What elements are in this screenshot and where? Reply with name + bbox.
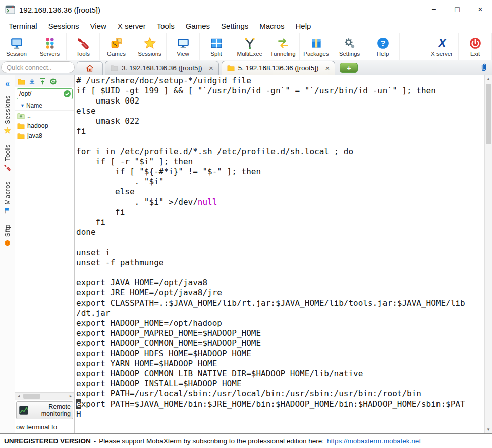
- file-entry[interactable]: ..: [15, 111, 74, 121]
- menu-item-macros[interactable]: Macros: [254, 20, 290, 32]
- terminal-line: if [ "${-#*i}" != "$-" ]; then: [76, 167, 484, 177]
- settings-icon: [343, 37, 356, 50]
- terminal-line: fi: [76, 217, 484, 227]
- upload-icon[interactable]: [39, 78, 46, 85]
- terminal-line: /dt.jar: [76, 308, 484, 318]
- xserver-icon: X: [435, 37, 449, 50]
- paperclip-icon[interactable]: [479, 63, 489, 73]
- menu-bar: TerminalSessionsViewX serverToolsGamesSe…: [0, 19, 492, 33]
- toolbar-button-sessions[interactable]: Sessions: [133, 33, 167, 60]
- terminal-scrollbar[interactable]: ▲ ▼: [484, 75, 492, 433]
- mobatek-link[interactable]: https://mobaxterm.mobatek.net: [327, 437, 421, 445]
- terminal-line: export HADOOP_COMMON_LIB_NATIVE_DIR=$HAD…: [76, 369, 484, 379]
- tab-close-icon[interactable]: ×: [209, 64, 213, 72]
- toolbar-button-exit[interactable]: Exit: [459, 33, 492, 60]
- follow-terminal-folder-checkbox[interactable]: ow terminal fo: [15, 420, 74, 433]
- double-chevron-left-icon[interactable]: «: [5, 79, 10, 88]
- toolbar-label: Sessions: [138, 51, 161, 57]
- file-panel-toolbar: [15, 75, 74, 87]
- terminal-line: else: [76, 106, 484, 116]
- sidebar-tab-sftp[interactable]: Sftp: [4, 224, 11, 247]
- tab-close-icon[interactable]: ×: [325, 64, 330, 72]
- terminal[interactable]: # /usr/share/doc/setup-*/uidgid fileif […: [75, 75, 492, 433]
- terminal-content[interactable]: # /usr/share/doc/setup-*/uidgid fileif […: [75, 75, 484, 433]
- terminal-line: fi: [76, 126, 484, 136]
- toolbar-button-games[interactable]: Games: [100, 33, 133, 60]
- file-entry[interactable]: hadoop: [15, 121, 74, 131]
- horizontal-scrollbar[interactable]: ◄ ►: [15, 392, 74, 400]
- toolbar-button-multiexec[interactable]: MultiExec: [233, 33, 266, 60]
- remote-monitoring-button[interactable]: Remote monitoring: [16, 401, 73, 419]
- scroll-down-icon[interactable]: ▼: [485, 426, 492, 433]
- scroll-right-icon[interactable]: ►: [67, 393, 74, 400]
- terminal-line: umask 022: [76, 116, 484, 126]
- menu-item-sessions[interactable]: Sessions: [43, 20, 85, 32]
- sidebar-tab-label: Tools: [4, 144, 11, 161]
- new-tab-button[interactable]: +: [340, 63, 358, 73]
- menu-item-view[interactable]: View: [85, 20, 112, 32]
- menu-item-x-server[interactable]: X server: [112, 20, 151, 32]
- terminal-line: export HADOOP_MAPRED_HOME=$HADOOP_HOME: [76, 328, 484, 338]
- toolbar-button-servers[interactable]: Servers: [33, 33, 67, 60]
- menu-item-tools[interactable]: Tools: [151, 20, 180, 32]
- help-icon: ?: [376, 37, 390, 50]
- terminal-line: export HADOOP_HOME=/opt/hadoop: [76, 318, 484, 328]
- menu-item-settings[interactable]: Settings: [215, 20, 254, 32]
- maximize-icon[interactable]: □: [446, 0, 469, 19]
- toolbar-label: MultiExec: [237, 51, 262, 57]
- menu-item-terminal[interactable]: Terminal: [3, 20, 43, 32]
- sidebar-tab-sessions[interactable]: Sessions: [4, 95, 11, 134]
- toolbar-button-x-server[interactable]: XX server: [425, 33, 459, 60]
- unregistered-version-label: UNREGISTERED VERSION: [4, 437, 91, 445]
- menu-item-games[interactable]: Games: [180, 20, 215, 32]
- toolbar-button-packages[interactable]: Packages: [300, 33, 333, 60]
- check-icon[interactable]: [63, 90, 71, 98]
- tab-label: 3. 192.168.136.36 ([root5]): [122, 64, 202, 72]
- sidebar-strip: « SessionsToolsMacrosSftp: [0, 75, 15, 433]
- path-input[interactable]: [19, 90, 59, 97]
- scroll-left-icon[interactable]: ◄: [15, 393, 22, 400]
- terminal-tab[interactable]: 3. 192.168.136.36 ([root5])×: [105, 61, 219, 75]
- terminal-line: [76, 268, 484, 278]
- terminal-line: export HADOOP_HDFS_HOME=$HADOOP_HOME: [76, 349, 484, 359]
- terminal-tab[interactable]: 5. 192.168.136.36 ([root5])×: [222, 61, 336, 75]
- sidebar-tab-macros[interactable]: Macros: [4, 181, 11, 215]
- file-entry[interactable]: java8: [15, 131, 74, 141]
- file-list-header[interactable]: ▼ Name: [15, 101, 74, 111]
- toolbar-button-split[interactable]: Split: [200, 33, 233, 60]
- toolbar-button-tunneling[interactable]: Tunneling: [266, 33, 300, 60]
- home-tab[interactable]: [77, 61, 103, 75]
- terminal-line: export PATH=$JAVA_HOME/bin:$JRE_HOME/bin…: [76, 399, 484, 409]
- toolbar-button-settings[interactable]: Settings: [333, 33, 366, 60]
- folder-icon[interactable]: [18, 78, 25, 85]
- hscrollbar-thumb[interactable]: [23, 394, 40, 399]
- sidebar-tab-tools[interactable]: Tools: [4, 144, 11, 171]
- session-icon: [10, 37, 23, 50]
- close-icon[interactable]: ×: [469, 0, 492, 19]
- sessions-star-icon: [143, 37, 156, 50]
- terminal-line: export JAVA_HOME=/opt/java8: [76, 278, 484, 288]
- toolbar-label: Tools: [76, 51, 90, 57]
- scroll-up-icon[interactable]: ▲: [485, 75, 492, 83]
- toolbar-label: View: [177, 51, 189, 57]
- toolbar-button-help[interactable]: ?Help: [366, 33, 400, 60]
- status-separator: -: [94, 437, 96, 445]
- toolbar-button-view[interactable]: View: [167, 33, 200, 60]
- download-icon[interactable]: [28, 78, 36, 85]
- tools-icon: [77, 37, 90, 50]
- scrollbar-track[interactable]: [485, 83, 492, 426]
- split-icon: [210, 37, 223, 50]
- quick-connect-input[interactable]: [1, 61, 75, 73]
- status-message: Please support MobaXterm by subscribing …: [99, 437, 324, 445]
- toolbar-button-session[interactable]: Session: [0, 33, 33, 60]
- refresh-icon[interactable]: [49, 78, 57, 85]
- terminal-line: export HADOOP_COMMON_HOME=$HADOOP_HOME: [76, 338, 484, 349]
- status-bar: UNREGISTERED VERSION - Please support Mo…: [0, 433, 492, 448]
- toolbar-button-tools[interactable]: Tools: [67, 33, 100, 60]
- minimize-icon[interactable]: −: [422, 0, 446, 19]
- terminal-line: export JRE_HOME=/opt/java8/jre: [76, 288, 484, 298]
- menu-item-help[interactable]: Help: [290, 20, 316, 32]
- scrollbar-thumb[interactable]: [486, 84, 491, 144]
- home-icon: [85, 64, 94, 73]
- toolbar-spacer: [400, 33, 425, 60]
